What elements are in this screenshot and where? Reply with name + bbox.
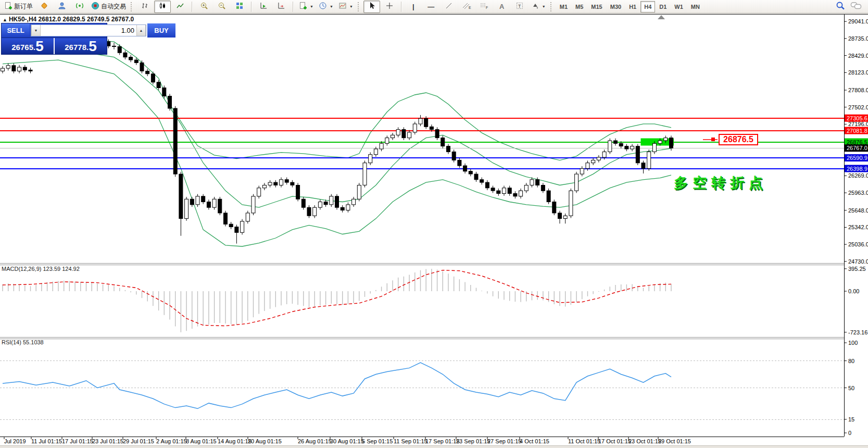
svg-text:15: 15 xyxy=(848,416,854,422)
svg-text:8 Aug 01:15: 8 Aug 01:15 xyxy=(186,438,217,444)
toolbar-grip[interactable] xyxy=(358,2,361,11)
zoom-out-button[interactable] xyxy=(213,1,230,13)
new-order-icon xyxy=(4,2,12,11)
horizontal-line-button[interactable]: — xyxy=(423,1,439,13)
line-chart-button[interactable] xyxy=(172,1,188,13)
collapse-panel-icon[interactable]: ▲ xyxy=(3,17,7,22)
main-toolbar: 新订单 自动交易 ▼ ▼ ▼ | — E F A T ▼ M1M5M15M30H… xyxy=(0,0,868,14)
periods-icon xyxy=(319,2,327,11)
svg-text:29 Jul 01:15: 29 Jul 01:15 xyxy=(123,438,154,444)
timeframe-mn[interactable]: MN xyxy=(687,1,703,13)
volume-input[interactable] xyxy=(41,25,136,36)
zoom-in-button[interactable] xyxy=(196,1,212,13)
svg-text:26269.0: 26269.0 xyxy=(848,172,868,179)
svg-text:11 Jul 01:15: 11 Jul 01:15 xyxy=(31,438,62,444)
text-label-button[interactable]: T xyxy=(511,1,528,13)
svg-text:0.00: 0.00 xyxy=(848,288,859,294)
auto-scroll-icon xyxy=(259,2,268,11)
volume-spinner: ▼ ▲ xyxy=(31,24,146,36)
indicators-button[interactable]: ▼ xyxy=(297,1,316,13)
svg-text:50: 50 xyxy=(848,385,854,391)
timeframe-d1[interactable]: D1 xyxy=(656,1,670,13)
cursor-button[interactable] xyxy=(363,1,380,13)
chart-area[interactable]: 29041.028735.028429.028123.027808.027502… xyxy=(0,0,868,448)
trendline-button[interactable] xyxy=(441,1,457,13)
candlestick-icon xyxy=(158,2,167,11)
arrows-button[interactable]: ▼ xyxy=(529,1,548,13)
community-button[interactable] xyxy=(36,1,53,13)
svg-text:23 Jul 01:15: 23 Jul 01:15 xyxy=(92,438,123,444)
fibonacci-button[interactable]: F xyxy=(476,1,493,13)
svg-text:17 Jul 01:15: 17 Jul 01:15 xyxy=(62,438,93,444)
macd-indicator-label: MACD(12,26,9) 123.59 124.92 xyxy=(2,266,80,272)
svg-text:26876.5: 26876.5 xyxy=(847,139,867,145)
signal-icon xyxy=(76,2,84,11)
svg-text:28735.0: 28735.0 xyxy=(848,35,868,42)
timeframe-m1[interactable]: M1 xyxy=(556,1,571,13)
auto-trading-button[interactable]: 自动交易 xyxy=(89,1,128,13)
timeframe-m5[interactable]: M5 xyxy=(572,1,587,13)
timeframe-m30[interactable]: M30 xyxy=(607,1,625,13)
svg-text:28429.0: 28429.0 xyxy=(848,53,868,59)
price-annotation-label[interactable]: 26876.5 xyxy=(719,134,758,145)
timeframe-h4[interactable]: H4 xyxy=(640,1,655,13)
trendline-icon xyxy=(445,2,453,11)
vertical-line-icon: | xyxy=(412,3,414,10)
periods-button[interactable]: ▼ xyxy=(317,1,335,13)
svg-text:27196.0: 27196.0 xyxy=(848,121,868,127)
new-order-button[interactable]: 新订单 xyxy=(2,1,35,13)
tile-windows-button[interactable] xyxy=(231,1,248,13)
indicators-icon xyxy=(299,2,307,11)
svg-text:28123.0: 28123.0 xyxy=(848,69,868,76)
turning-point-annotation[interactable]: 多空转折点 xyxy=(674,173,768,192)
signal-button[interactable] xyxy=(71,1,88,13)
volume-decrease-button[interactable]: ▼ xyxy=(31,25,41,36)
channel-button[interactable]: E xyxy=(458,1,475,13)
volume-increase-button[interactable]: ▲ xyxy=(136,25,146,36)
auto-scroll-button[interactable] xyxy=(255,1,272,13)
buy-price-main: 26778 xyxy=(65,42,86,53)
svg-text:E: E xyxy=(469,6,471,9)
chat-icon[interactable] xyxy=(850,1,862,13)
svg-text:24730.0: 24730.0 xyxy=(848,258,868,265)
svg-text:17 Sep 01:15: 17 Sep 01:15 xyxy=(425,438,459,444)
tile-windows-icon xyxy=(235,2,244,11)
buy-price[interactable]: 26778.5 xyxy=(55,38,107,54)
svg-text:27305.6: 27305.6 xyxy=(847,115,867,121)
community-icon xyxy=(40,2,48,11)
timeframe-w1[interactable]: W1 xyxy=(671,1,687,13)
svg-text:25648.0: 25648.0 xyxy=(848,207,868,214)
chart-shift-button[interactable] xyxy=(273,1,290,13)
svg-text:14 Aug 01:15: 14 Aug 01:15 xyxy=(218,438,251,444)
chart-title: ▲HK50-,H4 26812.0 26829.5 26749.5 26767.… xyxy=(3,16,134,23)
bar-chart-button[interactable] xyxy=(136,1,153,13)
new-order-label: 新订单 xyxy=(14,2,33,11)
arrows-icon xyxy=(531,2,539,11)
buy-button[interactable]: BUY xyxy=(147,23,175,38)
svg-text:30 Aug 01:15: 30 Aug 01:15 xyxy=(330,438,364,444)
profile-button[interactable] xyxy=(54,1,70,13)
toolbar-grip[interactable] xyxy=(131,2,134,11)
timeframe-m15[interactable]: M15 xyxy=(587,1,606,13)
candlestick-chart-button[interactable] xyxy=(154,1,171,13)
vertical-line-button[interactable]: | xyxy=(405,1,422,13)
svg-text:11 Sep 01:15: 11 Sep 01:15 xyxy=(394,438,427,444)
profile-icon xyxy=(58,2,66,11)
svg-text:29 Oct 01:15: 29 Oct 01:15 xyxy=(658,438,691,444)
toolbar-grip[interactable] xyxy=(550,2,553,11)
zoom-in-icon xyxy=(200,2,208,11)
templates-button[interactable]: ▼ xyxy=(336,1,355,13)
search-icon[interactable] xyxy=(836,1,845,13)
timeframe-h1[interactable]: H1 xyxy=(625,1,640,13)
sell-button[interactable]: SELL xyxy=(2,23,30,38)
svg-text:-723.16: -723.16 xyxy=(848,329,867,335)
crosshair-button[interactable] xyxy=(381,1,398,13)
svg-text:100: 100 xyxy=(848,340,858,346)
svg-text:23 Sep 01:15: 23 Sep 01:15 xyxy=(456,438,490,444)
text-button[interactable]: A xyxy=(494,1,510,13)
svg-text:17 Oct 01:15: 17 Oct 01:15 xyxy=(598,438,631,444)
fibonacci-icon: F xyxy=(480,2,489,11)
timeframe-group: M1M5M15M30H1H4D1W1MN xyxy=(556,1,703,13)
svg-text:80: 80 xyxy=(848,358,854,364)
sell-price[interactable]: 26765.5 xyxy=(2,38,54,54)
